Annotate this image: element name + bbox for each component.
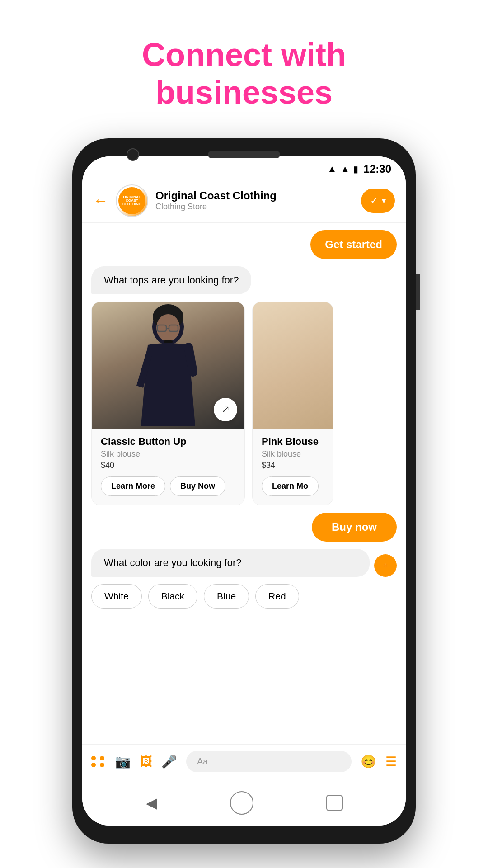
product-price-1: $40 — [101, 461, 235, 470]
color-question-bubble: What color are you looking for? — [91, 549, 370, 577]
product-card-1: ⤢ Classic Button Up Silk blouse $40 Lear… — [91, 302, 245, 505]
product-image-1: ⤢ — [92, 302, 244, 429]
share-icon-1: ⤢ — [221, 404, 230, 415]
business-avatar-small: 🔆 — [374, 554, 397, 577]
color-chip-red[interactable]: Red — [255, 584, 299, 609]
chat-area: Get started What tops are you looking fo… — [82, 223, 406, 744]
dot-1 — [91, 756, 96, 760]
buy-now-button-1[interactable]: Buy Now — [170, 476, 225, 496]
phone-frame: ▲ ▲ ▮ 12:30 ← ORIGINAL COAST CLOTHING Or… — [72, 138, 416, 844]
product-image-2 — [253, 302, 333, 429]
side-button — [416, 274, 420, 310]
camera — [127, 148, 139, 161]
product-info-2: Pink Blouse Silk blouse $34 Learn Mo — [253, 429, 333, 505]
menu-icon[interactable]: ☰ — [385, 754, 397, 769]
share-button-1[interactable]: ⤢ — [214, 398, 237, 421]
product-actions-2: Learn Mo — [262, 476, 324, 496]
product-card-2: Pink Blouse Silk blouse $34 Learn Mo — [252, 302, 333, 505]
image-icon[interactable]: 🖼 — [140, 754, 152, 769]
business-info: Original Coast Clothing Clothing Store — [155, 189, 354, 212]
business-type: Clothing Store — [155, 202, 354, 212]
color-chip-blue[interactable]: Blue — [204, 584, 249, 609]
product-figure-1 — [123, 304, 213, 426]
color-chip-black[interactable]: Black — [148, 584, 197, 609]
color-chips: White Black Blue Red — [91, 584, 397, 609]
product-actions-1: Learn More Buy Now — [101, 476, 235, 496]
business-name: Original Coast Clothing — [155, 189, 354, 202]
nav-recent-icon[interactable] — [326, 795, 343, 811]
toolbar-dots-icon[interactable] — [91, 756, 106, 767]
bottom-toolbar: 📷 🖼 🎤 Aa 😊 ☰ — [82, 744, 406, 783]
headline-line1: Connect with — [142, 37, 346, 73]
buy-now-wrapper: Buy now — [91, 513, 397, 542]
nav-bar: ◀ — [82, 783, 406, 826]
toolbar-icons: 📷 🖼 🎤 Aa 😊 ☰ — [91, 751, 397, 772]
avatar-logo-icon: 🔆 — [383, 563, 388, 567]
nav-home-icon[interactable] — [230, 791, 253, 815]
dot-2 — [100, 756, 104, 760]
speaker — [208, 151, 280, 158]
message-input[interactable]: Aa — [186, 751, 352, 772]
check-icon: ✓ — [370, 195, 378, 207]
question-bubble-1: What tops are you looking for? — [91, 266, 251, 294]
product-price-2: $34 — [262, 461, 324, 470]
microphone-icon[interactable]: 🎤 — [161, 754, 177, 769]
business-logo: ORIGINAL COAST CLOTHING — [116, 184, 148, 217]
product-subtitle-1: Silk blouse — [101, 449, 235, 459]
get-started-button[interactable]: Get started — [310, 230, 397, 259]
product-title-1: Classic Button Up — [101, 436, 235, 448]
camera-icon[interactable]: 📷 — [115, 754, 131, 769]
headline-line2: businesses — [155, 74, 333, 110]
get-started-wrapper: Get started — [91, 230, 397, 259]
emoji-icon[interactable]: 😊 — [361, 754, 376, 769]
signal-icon: ▲ — [341, 164, 350, 174]
color-question-row: What color are you looking for? 🔆 — [91, 549, 397, 577]
back-button[interactable]: ← — [93, 192, 108, 209]
battery-icon: ▮ — [353, 164, 358, 175]
action-button[interactable]: ✓ ▾ — [361, 189, 395, 213]
page-headline: Connect with businesses — [86, 36, 402, 111]
chevron-down-icon: ▾ — [382, 196, 386, 206]
status-icons: ▲ ▲ ▮ — [327, 163, 358, 175]
dot-3 — [91, 763, 96, 767]
dot-4 — [100, 763, 104, 767]
product-subtitle-2: Silk blouse — [262, 449, 324, 459]
product-cards: ⤢ Classic Button Up Silk blouse $40 Lear… — [91, 302, 397, 505]
status-time: 12:30 — [364, 163, 391, 175]
learn-more-button-1[interactable]: Learn More — [101, 476, 165, 496]
product-info-1: Classic Button Up Silk blouse $40 Learn … — [92, 429, 244, 505]
phone-screen: ▲ ▲ ▮ 12:30 ← ORIGINAL COAST CLOTHING Or… — [82, 156, 406, 826]
product-image-bg-2 — [253, 302, 333, 429]
svg-rect-6 — [164, 340, 173, 343]
learn-more-button-2[interactable]: Learn Mo — [262, 476, 319, 496]
buy-now-bubble[interactable]: Buy now — [312, 513, 397, 542]
color-chip-white[interactable]: White — [91, 584, 142, 609]
wifi-icon: ▲ — [327, 163, 337, 175]
logo-text: ORIGINAL COAST CLOTHING — [118, 195, 145, 206]
header-bar: ← ORIGINAL COAST CLOTHING Original Coast… — [82, 179, 406, 223]
nav-back-icon[interactable]: ◀ — [146, 794, 157, 811]
product-title-2: Pink Blouse — [262, 436, 324, 448]
